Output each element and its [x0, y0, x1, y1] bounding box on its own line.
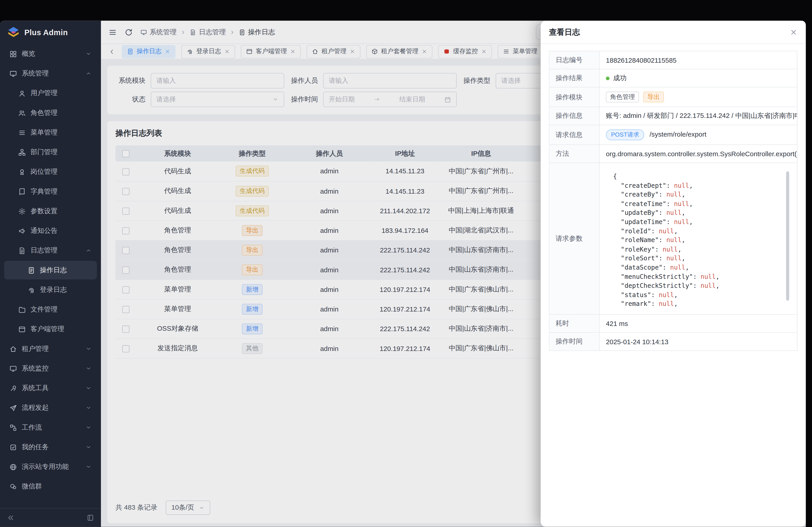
code-line: "createBy": null,: [613, 191, 783, 199]
duration-label: 耗时: [549, 314, 599, 332]
code-line: "roleName": null,: [613, 236, 783, 245]
code-line: "dataScope": null,: [613, 263, 783, 272]
detail-row-duration: 耗时 421 ms: [549, 314, 797, 332]
detail-row-info: 操作信息 账号: admin / 研发部门 / 222.175.114.242 …: [549, 107, 797, 125]
request-path: /system/role/export: [650, 131, 707, 138]
detail-row-method: 方法 org.dromara.system.controller.system.…: [549, 145, 797, 163]
code-line: "createDept": null,: [613, 181, 783, 191]
log-id-value: 1882612840802115585: [599, 51, 797, 69]
time-value: 2025-01-24 10:14:13: [599, 332, 797, 350]
detail-row-params: 请求参数 { "createDept": null, "createBy": n…: [549, 163, 797, 314]
code-scrollbar[interactable]: [786, 171, 789, 301]
log-id-label: 日志编号: [549, 51, 599, 69]
detail-row-result: 操作结果 成功: [549, 69, 797, 87]
request-params-code[interactable]: { "createDept": null, "createBy": null, …: [606, 167, 791, 310]
drawer-title: 查看日志: [549, 27, 580, 37]
detail-row-request: 请求信息 POST请求/system/role/export: [549, 125, 797, 145]
view-log-drawer: 查看日志 日志编号 1882612840802115585 操作结果 成功 操作…: [541, 21, 806, 527]
params-value: { "createDept": null, "createBy": null, …: [599, 163, 797, 314]
post-method-badge: POST请求: [606, 130, 644, 140]
module-tag: 角色管理: [606, 91, 639, 102]
screen: Plus Admin 概览系统管理用户管理角色管理菜单管理部门管理岗位管理字典管…: [0, 0, 812, 527]
app-window: Plus Admin 概览系统管理用户管理角色管理菜单管理部门管理岗位管理字典管…: [0, 21, 806, 527]
code-line: "roleKey": null,: [613, 245, 783, 254]
code-line: "roleSort": null,: [613, 254, 783, 263]
detail-row-module: 操作模块 角色管理 导出: [549, 87, 797, 107]
close-icon[interactable]: [790, 28, 797, 36]
code-line: "deptCheckStrictly": null,: [613, 282, 783, 290]
info-label: 操作信息: [549, 107, 599, 125]
code-line: "updateBy": null,: [613, 209, 783, 218]
params-label: 请求参数: [549, 163, 599, 314]
code-line: {: [613, 172, 783, 181]
log-detail-table: 日志编号 1882612840802115585 操作结果 成功 操作模块 角色…: [549, 51, 798, 351]
result-text: 成功: [613, 74, 627, 81]
result-value: 成功: [599, 69, 797, 87]
action-tag: 导出: [643, 91, 664, 102]
method-value: org.dromara.system.controller.system.Sys…: [599, 145, 797, 163]
drawer-body: 日志编号 1882612840802115585 操作结果 成功 操作模块 角色…: [541, 44, 806, 358]
code-line: "remark": null,: [613, 300, 783, 309]
success-dot-icon: [606, 77, 609, 80]
code-line: "createTime": null,: [613, 200, 783, 209]
code-line: "status": null,: [613, 291, 783, 300]
code-line: "roleId": null,: [613, 227, 783, 236]
time-label: 操作时间: [549, 332, 599, 350]
request-value: POST请求/system/role/export: [599, 125, 797, 145]
request-label: 请求信息: [549, 125, 599, 145]
drawer-header: 查看日志: [541, 21, 806, 44]
method-label: 方法: [549, 145, 599, 163]
result-label: 操作结果: [549, 69, 599, 87]
duration-value: 421 ms: [599, 314, 797, 332]
module-value: 角色管理 导出: [599, 87, 797, 107]
info-value: 账号: admin / 研发部门 / 222.175.114.242 / 中国|…: [599, 107, 797, 125]
detail-row-time: 操作时间 2025-01-24 10:14:13: [549, 332, 797, 350]
module-label: 操作模块: [549, 87, 599, 107]
code-line: "updateTime": null,: [613, 218, 783, 227]
code-line: "menuCheckStrictly": null,: [613, 272, 783, 282]
detail-row-log-id: 日志编号 1882612840802115585: [549, 51, 797, 69]
